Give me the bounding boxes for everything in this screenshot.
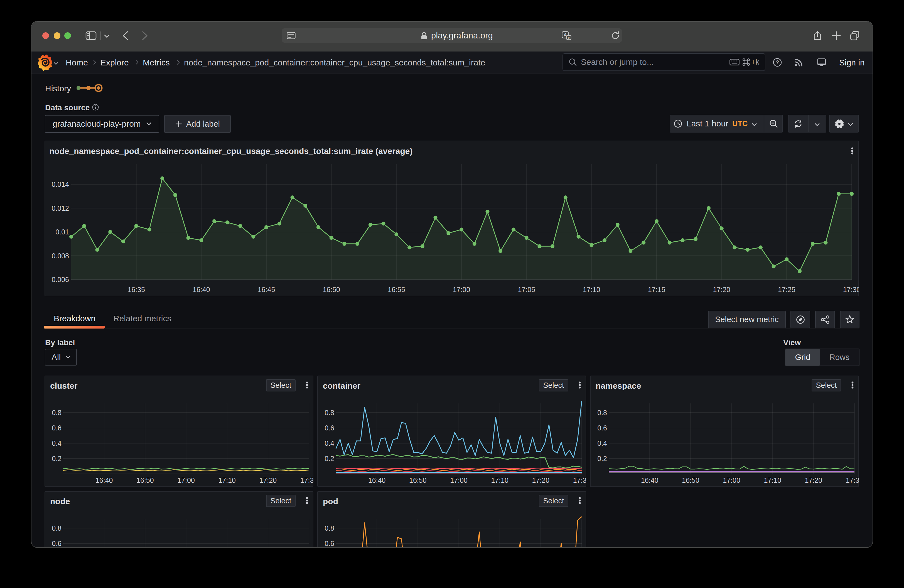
svg-text:0.4: 0.4 <box>324 439 334 447</box>
svg-text:0.8: 0.8 <box>52 409 62 416</box>
svg-text:0.4: 0.4 <box>597 439 607 447</box>
svg-text:16:50: 16:50 <box>136 476 154 484</box>
svg-text:17:30: 17:30 <box>846 476 859 484</box>
svg-text:17:10: 17:10 <box>583 286 601 294</box>
svg-text:0.6: 0.6 <box>324 539 334 547</box>
svg-text:17:10: 17:10 <box>218 476 236 484</box>
svg-text:0.014: 0.014 <box>52 180 69 188</box>
svg-text:17:25: 17:25 <box>778 286 795 294</box>
svg-text:0.8: 0.8 <box>597 409 607 416</box>
svg-text:0.012: 0.012 <box>52 204 69 212</box>
svg-text:?: ? <box>776 59 779 65</box>
svg-text:16:50: 16:50 <box>682 476 699 484</box>
svg-text:16:50: 16:50 <box>322 286 340 294</box>
svg-text:17:10: 17:10 <box>764 476 781 484</box>
svg-text:0.2: 0.2 <box>597 455 607 462</box>
svg-text:17:00: 17:00 <box>723 476 740 484</box>
svg-text:16:40: 16:40 <box>95 476 113 484</box>
svg-text:16:55: 16:55 <box>388 286 405 294</box>
svg-text:0.006: 0.006 <box>52 276 69 283</box>
svg-text:17:30: 17:30 <box>573 476 586 484</box>
svg-text:17:15: 17:15 <box>648 286 665 294</box>
svg-text:0.6: 0.6 <box>324 424 334 432</box>
svg-text:0.01: 0.01 <box>55 228 69 236</box>
svg-text:0.6: 0.6 <box>52 424 62 432</box>
svg-text:0.6: 0.6 <box>52 539 62 547</box>
svg-text:17:00: 17:00 <box>450 476 468 484</box>
svg-text:16:40: 16:40 <box>641 476 659 484</box>
svg-text:0.6: 0.6 <box>597 424 607 432</box>
svg-text:x: x <box>568 36 570 40</box>
svg-text:16:40: 16:40 <box>368 476 386 484</box>
svg-text:17:20: 17:20 <box>713 286 730 294</box>
svg-text:17:00: 17:00 <box>453 286 470 294</box>
svg-text:0.8: 0.8 <box>324 409 334 416</box>
svg-text:17:20: 17:20 <box>805 476 822 484</box>
svg-text:17:30: 17:30 <box>300 476 313 484</box>
svg-text:17:00: 17:00 <box>177 476 195 484</box>
svg-text:16:50: 16:50 <box>409 476 427 484</box>
svg-text:0.2: 0.2 <box>52 455 62 462</box>
svg-text:16:40: 16:40 <box>193 286 210 294</box>
svg-text:0.008: 0.008 <box>52 252 69 260</box>
svg-text:16:45: 16:45 <box>258 286 275 294</box>
svg-text:17:10: 17:10 <box>491 476 509 484</box>
svg-text:17:20: 17:20 <box>532 476 550 484</box>
svg-text:17:30: 17:30 <box>843 286 859 294</box>
svg-text:16:35: 16:35 <box>128 286 145 294</box>
svg-text:17:05: 17:05 <box>518 286 535 294</box>
svg-text:17:20: 17:20 <box>259 476 277 484</box>
svg-text:0.8: 0.8 <box>324 524 334 532</box>
svg-text:0.2: 0.2 <box>324 455 334 462</box>
svg-text:0.8: 0.8 <box>52 524 62 532</box>
svg-text:0.4: 0.4 <box>52 439 62 447</box>
